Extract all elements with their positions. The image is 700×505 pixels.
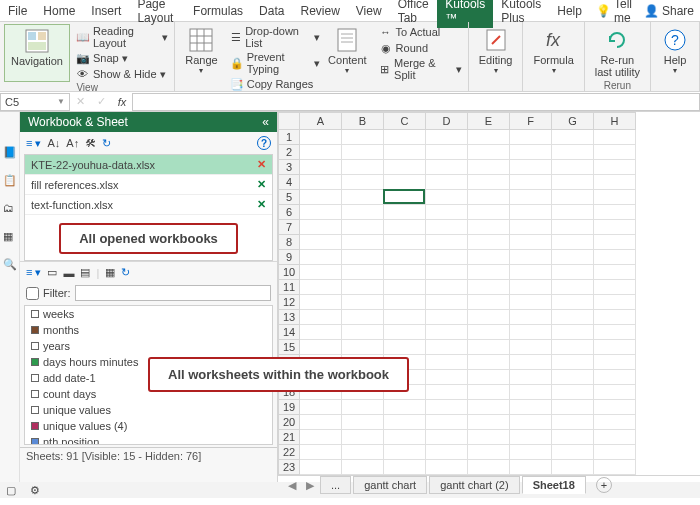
grid-cell[interactable]	[384, 145, 426, 160]
rerun-button[interactable]: Re-run last utility	[589, 24, 646, 80]
grid-cell[interactable]	[300, 310, 342, 325]
grid-cell[interactable]	[552, 220, 594, 235]
column-header[interactable]: H	[594, 112, 636, 130]
grid-cell[interactable]	[426, 400, 468, 415]
grid-cell[interactable]	[468, 340, 510, 355]
grid-cell[interactable]	[552, 130, 594, 145]
grid-cell[interactable]	[426, 250, 468, 265]
grid-cell[interactable]	[426, 205, 468, 220]
grid-cell[interactable]	[510, 400, 552, 415]
grid-cell[interactable]	[510, 145, 552, 160]
grid-cell[interactable]	[510, 445, 552, 460]
grid-cell[interactable]	[300, 205, 342, 220]
grid-cell[interactable]	[426, 235, 468, 250]
grid-cell[interactable]	[552, 400, 594, 415]
grid-cell[interactable]	[468, 460, 510, 475]
grid-cell[interactable]	[342, 160, 384, 175]
column-header[interactable]: F	[510, 112, 552, 130]
grid-cell[interactable]	[594, 205, 636, 220]
grid-cell[interactable]	[426, 130, 468, 145]
round-button[interactable]: ◉Round	[377, 40, 464, 56]
grid-cell[interactable]	[426, 340, 468, 355]
share[interactable]: 👤 Share	[638, 1, 700, 21]
menu-view[interactable]: View	[348, 1, 390, 21]
grid-cell[interactable]	[426, 415, 468, 430]
merge-split-button[interactable]: ⊞Merge & Split ▾	[377, 56, 464, 82]
row-header[interactable]: 1	[278, 130, 300, 145]
grid-cell[interactable]	[468, 445, 510, 460]
grid-cell[interactable]	[342, 445, 384, 460]
grid-cell[interactable]	[468, 310, 510, 325]
grid-cell[interactable]	[468, 250, 510, 265]
grid-cell[interactable]	[552, 370, 594, 385]
grid-cell[interactable]	[342, 430, 384, 445]
grid-cell[interactable]	[552, 310, 594, 325]
workbook-item[interactable]: KTE-22-youhua-data.xlsx✕	[25, 155, 272, 175]
grid-cell[interactable]	[468, 160, 510, 175]
grid-cell[interactable]	[426, 460, 468, 475]
pane-help-icon[interactable]: ?	[257, 136, 271, 150]
grid-cell[interactable]	[384, 175, 426, 190]
row-header[interactable]: 5	[278, 190, 300, 205]
grid-cell[interactable]	[552, 445, 594, 460]
list-view-icon[interactable]: ≡ ▾	[26, 137, 41, 150]
grid-cell[interactable]	[552, 280, 594, 295]
row-header[interactable]: 19	[278, 400, 300, 415]
column-header[interactable]: A	[300, 112, 342, 130]
grid-cell[interactable]	[342, 220, 384, 235]
grid-cell[interactable]	[426, 310, 468, 325]
worksheet-item[interactable]: nth position	[25, 434, 272, 445]
grid-cell[interactable]	[384, 265, 426, 280]
close-workbook-icon[interactable]: ✕	[257, 158, 266, 171]
grid-cell[interactable]	[468, 235, 510, 250]
worksheet-item[interactable]: weeks	[25, 306, 272, 322]
grid-cell[interactable]	[300, 145, 342, 160]
grid-cell[interactable]	[384, 220, 426, 235]
grid-cell[interactable]	[300, 400, 342, 415]
grid-cell[interactable]	[300, 460, 342, 475]
grid-cell[interactable]	[342, 460, 384, 475]
grid-cell[interactable]	[510, 130, 552, 145]
ws-all-icon[interactable]: ▤	[80, 266, 90, 279]
grid-cell[interactable]	[300, 280, 342, 295]
column-header[interactable]: B	[342, 112, 384, 130]
grid-cell[interactable]	[594, 190, 636, 205]
grid-cell[interactable]	[468, 295, 510, 310]
row-header[interactable]: 10	[278, 265, 300, 280]
help-button[interactable]: ? Help▾	[655, 24, 695, 77]
worksheet-item[interactable]: months	[25, 322, 272, 338]
grid-cell[interactable]	[384, 190, 426, 205]
grid-cell[interactable]	[342, 340, 384, 355]
grid-cell[interactable]	[594, 430, 636, 445]
grid-cell[interactable]	[594, 460, 636, 475]
workbook-item[interactable]: text-function.xlsx✕	[25, 195, 272, 215]
menu-data[interactable]: Data	[251, 1, 292, 21]
navigation-button[interactable]: Navigation	[4, 24, 70, 82]
grid-cell[interactable]	[384, 280, 426, 295]
grid-cell[interactable]	[384, 445, 426, 460]
grid-cell[interactable]	[468, 145, 510, 160]
column-header[interactable]: C	[384, 112, 426, 130]
grid-cell[interactable]	[384, 295, 426, 310]
grid-cell[interactable]	[594, 280, 636, 295]
grid-cell[interactable]	[510, 205, 552, 220]
grid-cell[interactable]	[342, 415, 384, 430]
sheet-nav-left-icon[interactable]: ◀	[284, 479, 300, 492]
grid-cell[interactable]	[384, 310, 426, 325]
grid-cell[interactable]	[594, 310, 636, 325]
grid-cell[interactable]	[384, 430, 426, 445]
menu-home[interactable]: Home	[35, 1, 83, 21]
grid-cell[interactable]	[468, 370, 510, 385]
grid-cell[interactable]	[384, 400, 426, 415]
grid-cell[interactable]	[300, 445, 342, 460]
ws-toggle-icon[interactable]: ▦	[105, 266, 115, 279]
grid-cell[interactable]	[468, 265, 510, 280]
grid-cell[interactable]	[300, 295, 342, 310]
grid-cell[interactable]	[468, 190, 510, 205]
column-header[interactable]: G	[552, 112, 594, 130]
grid-cell[interactable]	[426, 265, 468, 280]
grid-cell[interactable]	[426, 370, 468, 385]
sheet-tab[interactable]: gantt chart	[353, 476, 427, 494]
sheet-nav-right-icon[interactable]: ▶	[302, 479, 318, 492]
grid-cell[interactable]	[468, 385, 510, 400]
